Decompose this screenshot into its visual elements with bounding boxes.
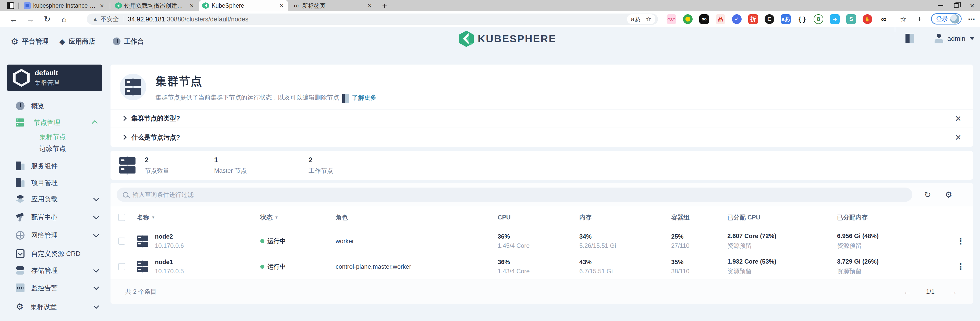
settings-gear-button[interactable]: ⚙ [943,189,954,200]
nav-app-store[interactable]: ◆ 应用商店 [59,34,95,49]
refresh-button[interactable]: ↻ [922,189,933,200]
tab-close-icon[interactable]: × [189,2,195,10]
favorites-icon[interactable]: ☆ [898,14,908,24]
user-menu[interactable]: admin [935,34,975,43]
prev-page-button[interactable]: ← [903,286,912,297]
ext-translate-icon[interactable]: aあ [781,14,791,24]
browser-tab-4[interactable]: ∞ 新标签页 × [290,0,376,11]
ext-person-icon[interactable]: 8 [814,14,823,24]
sidebar-item-service-components[interactable]: 服务组件 [7,159,102,173]
tab-close-icon[interactable]: × [367,2,372,10]
sidebar-item-cluster-settings[interactable]: ⚙ 集群设置 [7,299,102,314]
browser-tab-2[interactable]: 使用负载均衡器创建高可用集群 × [111,0,198,11]
browser-toolbar: ← → ↻ ⌂ ▲ 不安全 34.92.90.181 :30880/cluste… [0,11,980,27]
back-button[interactable]: ← [8,13,19,25]
sidebar-item-config-center[interactable]: 配置中心 [7,210,102,224]
translate-icon[interactable]: aあ [631,15,641,23]
ext-network-icon[interactable]: 品 [716,14,725,24]
browser-tab-1[interactable]: kubesphere-instance-group-1-b × [21,0,108,11]
address-bar[interactable]: ▲ 不安全 34.92.90.181 :30880/clusters/defau… [87,14,658,25]
tab-search-icon[interactable] [6,2,14,9]
learn-more-link[interactable]: 了解更多 [352,94,376,102]
ext-braces-icon[interactable]: { } [797,14,807,24]
table-row[interactable]: node1 10.170.0.5 运行中 control-plane,maste… [110,254,973,280]
table-toolbar: ↻ ⚙ [110,183,973,207]
new-tab-button[interactable]: + [382,1,387,10]
home-button[interactable]: ⌂ [58,13,70,25]
cluster-selector[interactable]: default 集群管理 [7,65,102,91]
close-icon[interactable]: × [955,132,961,142]
node-name-link[interactable]: node1 [155,259,184,265]
node-icon [137,260,148,273]
close-icon[interactable]: × [955,113,961,124]
tab-close-icon[interactable]: × [99,2,105,10]
address-host[interactable]: 34.92.90.181 [128,16,165,23]
sidebar-item-project-management[interactable]: 项目管理 [7,175,102,190]
page-header-panel: 集群节点 集群节点提供了当前集群下节点的运行状态，以及可以编辑删除节点 了解更多… [110,65,973,147]
allocated-memory-cell: 3.729 Gi (26%) 资源预留 [837,258,948,275]
row-more-button[interactable]: ⋮ [948,262,973,272]
ext-c-badge-icon[interactable]: C [765,14,774,24]
ext-zhe-icon[interactable]: 折 [748,14,758,24]
ext-cat-icon[interactable]: ᴖᴥᴖ [667,14,676,24]
page-subtitle: 集群节点提供了当前集群下节点的运行状态，以及可以编辑删除节点 [156,94,339,102]
sidebar-item-node-management[interactable]: 节点管理 [7,115,102,130]
chevron-right-icon [121,135,127,140]
nav-platform-management[interactable]: ⚙ 平台管理 [11,34,48,49]
table-row[interactable]: node2 10.170.0.6 运行中 worker 36% 1.45/4 C… [110,228,973,254]
browser-tab-3-active[interactable]: KubeSphere × [199,0,288,11]
pods-cell: 25% 27/110 [671,233,727,249]
sidebar-item-network-management[interactable]: 网络管理 [7,228,102,243]
security-label[interactable]: 不安全 [100,15,119,23]
nav-workbench[interactable]: 工作台 [113,34,144,49]
window-minimize-button[interactable] [932,0,948,11]
collections-icon[interactable]: + [915,14,924,24]
select-all-checkbox[interactable] [118,214,125,221]
docs-button[interactable] [905,34,914,43]
ext-glasses-icon[interactable]: oo [699,14,709,24]
window-restore-button[interactable] [948,0,964,11]
node-stats-panel: 2 节点数量 1 Master 节点 2 工作节点 [110,151,973,180]
window-close-button[interactable]: × [964,0,980,11]
help-row-node-types[interactable]: 集群节点的类型? × [110,109,973,127]
sidebar-item-crd[interactable]: 自定义资源 CRD [7,246,102,261]
login-button[interactable]: 登录 [931,13,962,24]
reload-button[interactable]: ↻ [41,13,53,25]
stat-master-nodes: 1 Master 节点 [214,156,309,175]
ext-s-icon[interactable]: S [846,14,856,24]
username: admin [947,35,966,43]
ext-arrow-icon[interactable]: ➜ [830,14,840,24]
kubesphere-logo[interactable]: KUBESPHERE [459,31,556,47]
tab-title: 使用负载均衡器创建高可用集群 [124,2,186,10]
bookmark-star-icon[interactable]: ☆ [646,16,651,23]
ext-check-icon[interactable]: ✓ [732,14,741,24]
search-input[interactable] [132,191,906,198]
ext-green-circle-icon[interactable] [683,14,693,24]
sidebar-item-app-workloads[interactable]: 应用负载 [7,192,102,207]
address-path[interactable]: :30880/clusters/default/nodes [165,16,248,23]
sidebar-item-storage-management[interactable]: 存储管理 [7,263,102,278]
sidebar-item-label: 项目管理 [31,178,97,187]
column-status[interactable]: 状态▼ [260,213,336,221]
sidebar-item-edge-nodes[interactable]: 边缘节点 [7,141,102,156]
tab-close-icon[interactable]: × [279,2,285,10]
node-name-link[interactable]: node2 [155,233,184,240]
browser-menu-icon[interactable]: ⋯ [967,14,977,24]
ext-hand-icon[interactable]: ✋ [862,14,872,24]
kubesphere-logo-mark [459,31,474,47]
row-checkbox[interactable] [118,263,125,270]
sidebar-item-monitoring-alerts[interactable]: 监控告警 [7,280,102,295]
ext-infinity-icon[interactable]: ∞ [879,14,889,24]
search-box[interactable] [117,188,912,202]
chevron-right-icon [121,116,127,121]
column-allocated-cpu: 已分配 CPU [727,213,837,221]
column-name[interactable]: 名称▼ [127,213,260,221]
row-checkbox[interactable] [118,238,125,245]
next-page-button[interactable]: → [949,286,958,297]
help-row-node-taints[interactable]: 什么是节点污点? × [110,127,973,147]
chevron-down-icon [94,232,99,238]
sidebar-item-overview[interactable]: 概览 [7,99,102,113]
row-more-button[interactable]: ⋮ [948,236,973,246]
forward-button[interactable]: → [24,13,36,25]
page-indicator: 1/1 [926,288,935,295]
